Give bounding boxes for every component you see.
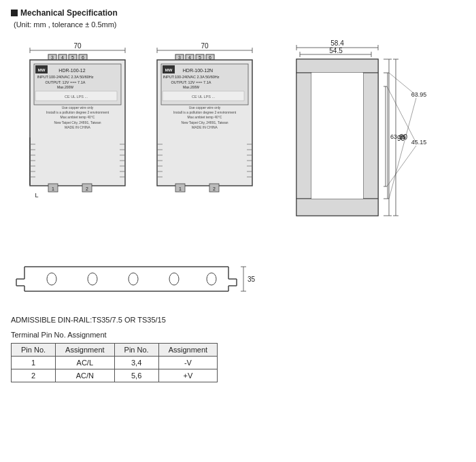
table-cell-assign2: +V bbox=[158, 369, 217, 382]
svg-text:45.15: 45.15 bbox=[411, 139, 427, 146]
svg-text:Install is a pollution degree : Install is a pollution degree 2 environm… bbox=[173, 110, 237, 114]
page: Mechanical Specification (Unit: mm , tol… bbox=[0, 0, 476, 462]
svg-text:3: 3 bbox=[51, 55, 54, 60]
col-header-pin1: Pin No. bbox=[12, 344, 56, 357]
svg-text:5: 5 bbox=[71, 55, 74, 60]
svg-text:5: 5 bbox=[199, 55, 201, 60]
svg-text:90: 90 bbox=[400, 133, 408, 141]
svg-text:2: 2 bbox=[86, 186, 88, 191]
svg-text:L: L bbox=[35, 192, 38, 199]
svg-text:CE  UL  LPS  ...: CE UL LPS ... bbox=[65, 95, 88, 99]
svg-point-141 bbox=[129, 273, 138, 285]
svg-text:New Taipei City, 24891, Taiwan: New Taipei City, 24891, Taiwan bbox=[54, 120, 101, 125]
svg-point-142 bbox=[169, 273, 179, 285]
svg-text:70: 70 bbox=[201, 42, 209, 50]
svg-text:6: 6 bbox=[82, 55, 84, 60]
svg-rect-105 bbox=[311, 73, 363, 199]
col-header-assign2: Assignment bbox=[158, 344, 217, 357]
svg-text:MADE IN CHINA: MADE IN CHINA bbox=[192, 125, 218, 129]
svg-rect-103 bbox=[363, 73, 378, 199]
svg-text:4: 4 bbox=[61, 55, 64, 60]
svg-text:63.95: 63.95 bbox=[411, 91, 427, 98]
svg-point-140 bbox=[88, 273, 97, 285]
svg-line-120 bbox=[389, 98, 416, 199]
svg-text:2: 2 bbox=[213, 186, 216, 191]
svg-text:OUTPUT: 12V === 7.1A: OUTPUT: 12V === 7.1A bbox=[46, 80, 86, 84]
col-header-pin2: Pin No. bbox=[114, 344, 158, 357]
svg-text:1: 1 bbox=[52, 186, 54, 191]
section-title: Mechanical Specification bbox=[11, 8, 465, 18]
table-cell-assign1: AC/L bbox=[56, 357, 114, 369]
table-cell-pin2: 5,6 bbox=[114, 369, 158, 382]
table-cell-assign2: -V bbox=[158, 357, 217, 369]
svg-point-143 bbox=[207, 273, 216, 285]
svg-text:Max.200W: Max.200W bbox=[183, 85, 199, 89]
svg-text:INPUT:100-240VAC 2.3A 50/60Hz: INPUT:100-240VAC 2.3A 50/60Hz bbox=[163, 75, 219, 79]
svg-text:Max ambiet temp 40°C: Max ambiet temp 40°C bbox=[188, 115, 222, 119]
table-cell-pin1: 1 bbox=[12, 357, 56, 369]
table-row: 1AC/L3,4-V bbox=[12, 357, 218, 369]
svg-text:OUTPUT: 12V === 7.1A: OUTPUT: 12V === 7.1A bbox=[171, 80, 211, 84]
svg-text:Use copper wire only: Use copper wire only bbox=[62, 105, 94, 110]
main-diagram: 70 3 4 5 6 MW HDR-100-12 INPUT:100-240VA… bbox=[11, 35, 473, 253]
svg-rect-101 bbox=[296, 59, 378, 73]
svg-rect-102 bbox=[296, 73, 311, 199]
svg-text:Max ambiet temp 40°C: Max ambiet temp 40°C bbox=[61, 115, 95, 119]
svg-text:MW: MW bbox=[165, 68, 173, 72]
svg-text:35: 35 bbox=[248, 276, 256, 283]
svg-text:HDR-100-12: HDR-100-12 bbox=[58, 68, 85, 73]
svg-text:INPUT:100-240VAC 2.3A 50/60Hz: INPUT:100-240VAC 2.3A 50/60Hz bbox=[37, 75, 93, 79]
svg-text:70: 70 bbox=[73, 42, 82, 50]
din-rail-diagram: 35 bbox=[11, 259, 473, 313]
svg-text:1: 1 bbox=[179, 186, 182, 191]
terminal-label: Terminal Pin No. Assignment bbox=[11, 331, 465, 339]
section-title-text: Mechanical Specification bbox=[20, 8, 118, 18]
table-row: 2AC/N5,6+V bbox=[12, 369, 218, 382]
svg-text:New Taipei City, 24891, Taiwan: New Taipei City, 24891, Taiwan bbox=[182, 120, 228, 125]
terminal-table: Pin No. Assignment Pin No. Assignment 1A… bbox=[11, 343, 218, 382]
svg-rect-104 bbox=[296, 199, 378, 216]
unit-note: (Unit: mm , tolerance ± 0.5mm) bbox=[14, 20, 465, 29]
svg-text:Use copper wire only: Use copper wire only bbox=[189, 105, 221, 110]
svg-text:54.5: 54.5 bbox=[329, 47, 343, 54]
table-cell-pin2: 3,4 bbox=[114, 357, 158, 369]
col-header-assign1: Assignment bbox=[56, 344, 114, 357]
din-rail-label: ADMISSIBLE DIN-RAIL:TS35/7.5 OR TS35/15 bbox=[11, 316, 465, 324]
svg-text:MW: MW bbox=[38, 68, 46, 72]
section-icon bbox=[11, 10, 18, 16]
svg-text:6: 6 bbox=[209, 55, 211, 60]
svg-text:4: 4 bbox=[188, 55, 191, 60]
svg-text:58.4: 58.4 bbox=[330, 39, 344, 47]
table-cell-assign1: AC/N bbox=[56, 369, 114, 382]
svg-text:MADE IN CHINA: MADE IN CHINA bbox=[65, 125, 90, 129]
svg-text:Max.200W: Max.200W bbox=[57, 85, 73, 89]
terminal-table-section: Terminal Pin No. Assignment Pin No. Assi… bbox=[11, 331, 465, 382]
svg-point-139 bbox=[47, 273, 56, 285]
svg-text:CE  UL  LPS  ...: CE UL LPS ... bbox=[192, 95, 216, 99]
svg-line-119 bbox=[389, 73, 416, 95]
svg-text:3: 3 bbox=[178, 55, 181, 60]
table-cell-pin1: 2 bbox=[12, 369, 56, 382]
svg-text:Install is a pollution degree : Install is a pollution degree 2 environm… bbox=[46, 110, 109, 114]
svg-text:HDR-100-12N: HDR-100-12N bbox=[183, 68, 213, 73]
